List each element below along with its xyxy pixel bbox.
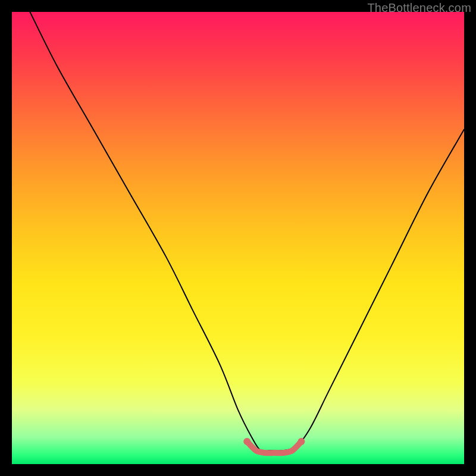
optimal-band-endpoint	[243, 438, 250, 445]
bottleneck-curve-line	[30, 12, 464, 452]
watermark-text: TheBottleneck.com	[367, 1, 471, 15]
chart-plot-area	[12, 12, 464, 464]
chart-svg	[12, 12, 464, 464]
optimal-band-endpoint	[298, 438, 305, 445]
chart-frame: TheBottleneck.com	[0, 0, 476, 476]
